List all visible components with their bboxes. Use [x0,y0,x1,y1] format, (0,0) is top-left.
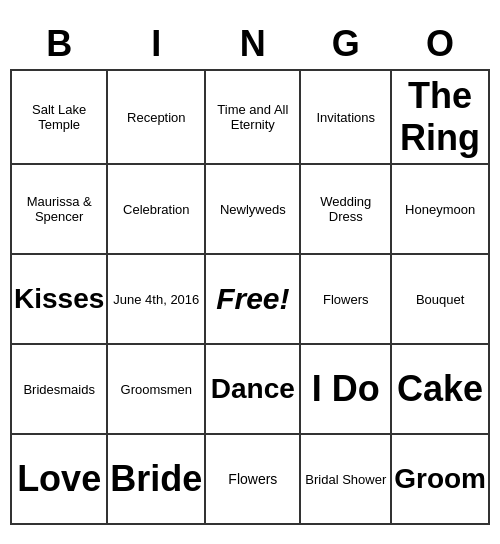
bingo-cell-2-4: Bouquet [391,254,489,344]
bingo-row-1: Maurissa & SpencerCelebrationNewlywedsWe… [11,164,489,254]
bingo-cell-0-2: Time and All Eternity [205,70,300,164]
bingo-row-0: Salt Lake TempleReceptionTime and All Et… [11,70,489,164]
header-letter-i: I [107,19,205,70]
bingo-cell-1-0: Maurissa & Spencer [11,164,107,254]
bingo-cell-1-1: Celebration [107,164,205,254]
bingo-cell-3-3: I Do [300,344,391,434]
bingo-cell-1-2: Newlyweds [205,164,300,254]
bingo-cell-2-0: Kisses [11,254,107,344]
bingo-cell-2-2: Free! [205,254,300,344]
bingo-cell-4-0: Love [11,434,107,524]
header-letter-n: N [205,19,300,70]
header-letter-g: G [300,19,391,70]
bingo-cell-0-1: Reception [107,70,205,164]
bingo-row-2: KissesJune 4th, 2016Free!FlowersBouquet [11,254,489,344]
bingo-cell-0-0: Salt Lake Temple [11,70,107,164]
header-letter-o: O [391,19,489,70]
bingo-cell-4-3: Bridal Shower [300,434,391,524]
bingo-cell-1-3: Wedding Dress [300,164,391,254]
bingo-cell-3-2: Dance [205,344,300,434]
bingo-cell-4-4: Groom [391,434,489,524]
bingo-cell-3-4: Cake [391,344,489,434]
bingo-row-3: BridesmaidsGroomsmenDanceI DoCake [11,344,489,434]
bingo-card: BINGO Salt Lake TempleReceptionTime and … [10,19,490,525]
bingo-cell-0-4: The Ring [391,70,489,164]
bingo-cell-3-0: Bridesmaids [11,344,107,434]
bingo-cell-2-3: Flowers [300,254,391,344]
bingo-cell-1-4: Honeymoon [391,164,489,254]
bingo-cell-0-3: Invitations [300,70,391,164]
header-letter-b: B [11,19,107,70]
bingo-cell-4-1: Bride [107,434,205,524]
bingo-cell-2-1: June 4th, 2016 [107,254,205,344]
bingo-cell-4-2: Flowers [205,434,300,524]
bingo-row-4: LoveBrideFlowersBridal ShowerGroom [11,434,489,524]
bingo-cell-3-1: Groomsmen [107,344,205,434]
